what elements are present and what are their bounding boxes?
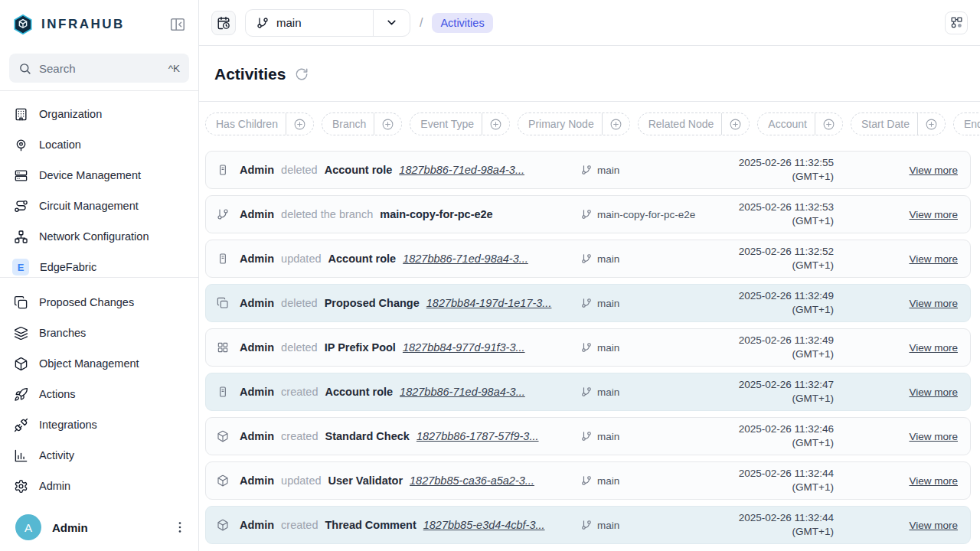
- activity-timezone: (GMT+1): [711, 259, 834, 272]
- git-branch-icon: [581, 165, 592, 175]
- activity-branch-name: main: [597, 386, 619, 398]
- filter-chip-event-type[interactable]: Event Type: [410, 112, 510, 135]
- activity-object-id-link[interactable]: 1827bb85-e3d4-4cbf-3...: [423, 519, 545, 531]
- plus-circle-icon[interactable]: [917, 113, 945, 135]
- activity-object-id-link[interactable]: 1827bb84-977d-91f3-3...: [403, 341, 525, 354]
- activity-object-type: Account role: [325, 164, 393, 176]
- activity-object-id-link[interactable]: 1827bb85-ca36-a5a2-3...: [410, 474, 534, 487]
- view-more-link[interactable]: View more: [877, 386, 967, 398]
- view-more-link[interactable]: View more: [877, 165, 967, 176]
- view-more-link[interactable]: View more: [877, 431, 967, 442]
- activity-object-type: Account role: [328, 253, 397, 265]
- filter-chip-primary-node[interactable]: Primary Node: [518, 112, 630, 135]
- git-branch-icon: [581, 386, 592, 397]
- branch-selector[interactable]: main: [245, 9, 410, 37]
- avatar[interactable]: A: [15, 514, 41, 540]
- git-branch-icon: [581, 475, 592, 486]
- sidebar-item-network-configuration[interactable]: Network Configuration: [0, 221, 198, 252]
- activity-object-type: Account role: [325, 386, 393, 398]
- breadcrumb-activities[interactable]: Activities: [432, 13, 492, 33]
- view-more-link[interactable]: View more: [877, 520, 967, 531]
- sidebar-item-label: Actions: [39, 388, 76, 400]
- sidebar-item-device-management[interactable]: Device Management: [0, 160, 198, 191]
- filter-chip-related-node[interactable]: Related Node: [638, 112, 750, 135]
- view-more-link[interactable]: View more: [877, 253, 967, 265]
- activity-branch: main: [581, 253, 711, 265]
- activity-object-type: Proposed Change: [325, 297, 420, 309]
- sidebar-item-actions[interactable]: Actions: [0, 379, 198, 409]
- activity-actor: Admin: [240, 341, 274, 354]
- view-more-link[interactable]: View more: [877, 298, 967, 309]
- badge-icon: [217, 253, 229, 265]
- plus-circle-icon[interactable]: [374, 113, 401, 135]
- activity-object-id-link[interactable]: 1827bb86-71ed-98a4-3...: [403, 253, 528, 265]
- git-branch-icon: [581, 298, 592, 308]
- activity-object-id-link[interactable]: 1827bb86-71ed-98a4-3...: [400, 386, 525, 398]
- sidebar-item-admin[interactable]: Admin: [0, 471, 198, 501]
- activity-actor: Admin: [240, 253, 274, 265]
- activity-timestamp: 2025-02-26 11:32:46(GMT+1): [711, 422, 877, 449]
- git-branch-icon: [581, 520, 592, 530]
- calendar-clock-button[interactable]: [211, 11, 236, 35]
- search-input[interactable]: Search ^K: [9, 54, 189, 83]
- badge-icon: [217, 164, 229, 176]
- plus-circle-icon[interactable]: [602, 113, 629, 135]
- activity-object-id-link[interactable]: 1827bb86-1787-57f9-3...: [416, 430, 539, 442]
- sidebar-item-location[interactable]: Location: [0, 129, 198, 160]
- sidebar-collapse-icon[interactable]: [169, 16, 186, 33]
- activity-branch: main: [581, 386, 711, 398]
- filter-chip-end-date[interactable]: End Date: [953, 112, 980, 135]
- sidebar-item-activity[interactable]: Activity: [0, 440, 198, 471]
- filter-chip-start-date[interactable]: Start Date: [851, 112, 946, 135]
- view-more-link[interactable]: View more: [877, 475, 967, 487]
- schema-viewer-button[interactable]: [945, 11, 968, 34]
- topbar-right: [945, 11, 968, 34]
- sidebar-item-integrations[interactable]: Integrations: [0, 409, 198, 440]
- sidebar-item-object-management[interactable]: Object Management: [0, 348, 198, 379]
- chevron-down-icon: [385, 16, 398, 29]
- git-branch-icon: [581, 342, 592, 353]
- plus-circle-icon[interactable]: [286, 113, 313, 135]
- activity-timezone: (GMT+1): [711, 303, 834, 317]
- activity-timestamp: 2025-02-26 11:32:49(GMT+1): [711, 334, 877, 360]
- sidebar-item-circuit-management[interactable]: Circuit Management: [0, 191, 198, 221]
- filter-chip-account[interactable]: Account: [757, 112, 843, 135]
- user-menu-kebab-icon[interactable]: [172, 520, 188, 535]
- activity-object-id-link[interactable]: 1827bb86-71ed-98a4-3...: [399, 164, 524, 176]
- plus-circle-icon[interactable]: [721, 113, 749, 135]
- sidebar-item-edgefabric[interactable]: EEdgeFabric: [0, 252, 198, 277]
- plus-circle-icon[interactable]: [482, 113, 509, 135]
- activity-branch-name: main: [597, 520, 619, 531]
- activity-timezone: (GMT+1): [711, 170, 834, 184]
- activity-summary: Admindeleted the branchmain-copy-for-pc-…: [240, 208, 581, 220]
- filter-chip-label: Primary Node: [518, 118, 602, 130]
- activity-branch: main: [581, 475, 711, 487]
- filter-chip-has-children[interactable]: Has Children: [205, 112, 314, 135]
- activity-action: created: [281, 430, 318, 442]
- activity-row: AdmindeletedProposed Change1827bb84-197d…: [205, 284, 971, 322]
- activity-timestamp: 2025-02-26 11:32:44(GMT+1): [711, 467, 877, 494]
- location-icon: [14, 138, 28, 152]
- activity-date: 2025-02-26 11:32:53: [711, 201, 834, 214]
- sidebar-item-branches[interactable]: Branches: [0, 318, 198, 348]
- filter-chip-branch[interactable]: Branch: [322, 112, 402, 135]
- activity-object-id-link[interactable]: 1827bb84-197d-1e17-3...: [426, 297, 552, 309]
- infrahub-hexagon-icon: [12, 14, 34, 35]
- search-icon: [18, 62, 31, 75]
- sidebar-item-organization[interactable]: Organization: [0, 99, 198, 129]
- sidebar-item-proposed-changes[interactable]: Proposed Changes: [0, 287, 198, 318]
- activity-branch-name: main-copy-for-pc-e2e: [597, 209, 695, 220]
- plus-circle-icon[interactable]: [815, 113, 842, 135]
- refresh-icon[interactable]: [295, 67, 309, 81]
- view-more-link[interactable]: View more: [877, 342, 967, 354]
- activity-branch-name: main: [597, 253, 619, 265]
- sidebar-item-label: Integrations: [39, 419, 97, 431]
- activity-timezone: (GMT+1): [711, 481, 834, 494]
- branch-selector-value: main: [246, 10, 373, 36]
- activity-action: updated: [281, 474, 321, 487]
- infrahub-logo[interactable]: INFRAHUB: [12, 14, 125, 35]
- branch-dropdown-toggle[interactable]: [373, 10, 410, 36]
- view-more-link[interactable]: View more: [877, 209, 967, 220]
- filter-chip-label: End Date: [954, 118, 980, 130]
- activity-list: AdmindeletedAccount role1827bb86-71ed-98…: [199, 143, 980, 551]
